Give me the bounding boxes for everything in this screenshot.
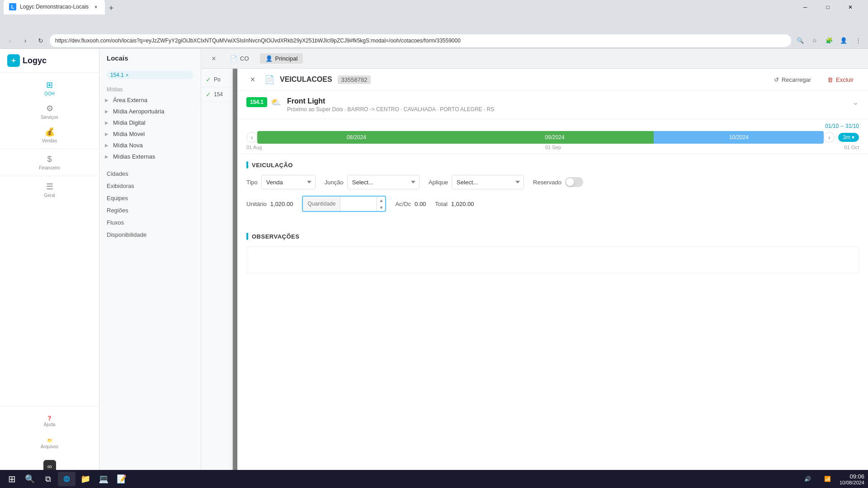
sidebar-tree-item-externas[interactable]: ▶ Mídias Externas (99, 151, 201, 162)
taskbar-search[interactable]: 🔍 (22, 471, 38, 487)
timeline-prev-button[interactable]: ‹ (246, 132, 257, 143)
sidebar-item-arquivos[interactable]: 📁 Arquivos (39, 434, 60, 453)
spin-up-button[interactable]: ▲ (377, 197, 385, 204)
sidebar-tree-item-aeroportuaria[interactable]: ▶ Mídia Aeroportuária (99, 106, 201, 117)
sidebar-plain-fluxos[interactable]: Fluxos (99, 216, 201, 229)
sidebar-plain-cidades[interactable]: Cidades (99, 168, 201, 180)
vendas-icon: 💰 (45, 127, 55, 137)
acdc-field: Ac/Dc 0.00 (395, 201, 426, 207)
observacoes-section-title: OBSERVAÇÕES (246, 233, 859, 240)
timeline-bar-aug: 08/2024 (257, 131, 456, 144)
modal-close-button[interactable]: × (246, 73, 259, 86)
recarregar-icon: ↺ (774, 76, 779, 83)
main-tab-close[interactable]: × (208, 53, 219, 64)
tipo-select[interactable]: Venda (261, 175, 316, 189)
juncao-select[interactable]: Select... (347, 175, 420, 189)
maximize-button[interactable]: □ (817, 1, 838, 14)
filter-close-icon[interactable]: × (126, 72, 128, 78)
modal-doc-icon: 📄 (264, 75, 274, 84)
sidebar-tree-item-movel[interactable]: ▶ Mídia Móvel (99, 128, 201, 140)
location-name: Front Light (287, 97, 494, 105)
taskbar-taskview[interactable]: ⧉ (40, 471, 56, 487)
check-icon-1: ✓ (206, 76, 211, 83)
tab-close-icon[interactable]: × (92, 3, 99, 10)
tree-item-label-externas: Mídias Externas (113, 153, 155, 160)
tab-principal[interactable]: 👤 Principal (260, 53, 303, 64)
forward-button[interactable]: › (19, 34, 32, 47)
taskbar-clock[interactable]: 09:06 10/08/2024 (840, 473, 864, 485)
locais-row-1[interactable]: ✓ Po (201, 72, 232, 87)
zoom-button[interactable]: 🔍 (794, 34, 807, 47)
spin-down-button[interactable]: ▼ (377, 204, 385, 211)
sidebar-plain-regioes[interactable]: Regiões (99, 204, 201, 216)
locais-row-2[interactable]: ✓ 154 (201, 87, 232, 102)
observacoes-section: OBSERVAÇÕES (237, 225, 868, 281)
sidebar-item-ajuda[interactable]: ❓ Ajuda (42, 412, 57, 431)
toggle-knob (566, 178, 574, 186)
observacoes-bar-icon (246, 233, 248, 240)
location-expand-icon[interactable]: ⌄ (852, 97, 859, 107)
weather-icon: ⛅ (271, 97, 281, 107)
new-tab-button[interactable]: + (105, 2, 118, 14)
url-bar[interactable]: https://dev.fluxooh.com/ooh/locais?q=eyJ… (50, 34, 791, 47)
sidebar-item-servicos[interactable]: ⚙ Serviços (0, 100, 99, 123)
sidebar-item-geral[interactable]: ☰ Geral (0, 178, 99, 202)
extensions-button[interactable]: 🧩 (823, 34, 835, 47)
aplique-label: Aplique (429, 179, 448, 186)
sidebar-tree-item-area-externa[interactable]: ▶ Área Externa (99, 94, 201, 106)
timeline-zoom-button[interactable]: 3m ▾ (838, 133, 859, 142)
star-button[interactable]: ☆ (808, 34, 821, 47)
sidebar-tree-item-nova[interactable]: ▶ Mídia Nova (99, 140, 201, 151)
title-bar: L Logyc Demonstracao-Locais × + ─ □ ✕ (0, 0, 868, 14)
taskbar-system-icons[interactable]: 🔊 (800, 471, 816, 487)
arrow-icon-externas: ▶ (105, 154, 110, 159)
filter-tag[interactable]: 154.1 × (107, 71, 193, 79)
modal-panel: × 📄 VEICULACOES 33558782 ↺ Recarregar 🗑 (237, 69, 868, 488)
timeline-next-button[interactable]: › (824, 132, 835, 143)
sidebar-tree-item-digital[interactable]: ▶ Mídia Digital (99, 117, 201, 128)
minimize-button[interactable]: ─ (795, 1, 816, 14)
tab-co[interactable]: 📄 CO (225, 53, 255, 64)
browser-tab[interactable]: L Logyc Demonstracao-Locais × (4, 0, 105, 14)
timeline-bar-oct: 10/2024 (654, 131, 824, 144)
quantidade-label: Quantidade (303, 197, 340, 211)
content-sidebar: Locais 154.1 × Mídias ▶ Área Externa ▶ M… (99, 49, 201, 488)
back-button[interactable]: ‹ (4, 34, 16, 47)
observacoes-title-text: OBSERVAÇÕES (252, 233, 299, 240)
location-address: Próximo ao Super Dois · BAIRRO -> CENTRO… (287, 106, 494, 113)
tipo-field: Tipo Venda (246, 175, 316, 189)
sidebar-item-financeiro[interactable]: $ Financeiro (0, 151, 99, 174)
sidebar-plain-exibidoras[interactable]: Exibidoras (99, 180, 201, 192)
recarregar-button[interactable]: ↺ Recarregar (769, 74, 816, 86)
sidebar-item-vendas[interactable]: 💰 Vendas (0, 123, 99, 147)
settings-button[interactable]: ⋮ (852, 34, 864, 47)
reservado-toggle[interactable] (565, 177, 583, 187)
sidebar-plain-disponibilidade[interactable]: Disponibilidade (99, 229, 201, 241)
sidebar-item-ooh[interactable]: ⊞ OOH (0, 76, 99, 100)
sidebar-plain-equipes[interactable]: Equipes (99, 192, 201, 204)
excluir-button[interactable]: 🗑 Excluir (822, 74, 859, 86)
start-button[interactable]: ⊞ (4, 471, 20, 487)
main-content-wrapper: ✓ Po ✓ 154 × 📄 VEICULACOES 33558 (201, 69, 868, 488)
taskbar-explorer[interactable]: 📁 (77, 471, 94, 487)
timeline-section: 01/10 -- 31/10 ‹ 08/2024 09/2024 (237, 119, 868, 154)
timeline-date-aug: 01 Aug (246, 145, 262, 150)
financeiro-icon: $ (47, 155, 52, 164)
taskbar-network[interactable]: 📶 (820, 471, 836, 487)
taskbar-terminal[interactable]: 📝 (113, 471, 130, 487)
locais-row-2-label: 154 (214, 91, 223, 98)
app-container: + Logyc ⊞ OOH ⚙ Serviços 💰 Vendas $ Fina… (0, 49, 868, 488)
logo-text: Logyc (23, 56, 47, 66)
profile-button[interactable]: 👤 (837, 34, 850, 47)
refresh-button[interactable]: ↻ (34, 34, 47, 47)
tab-title: Logyc Demonstracao-Locais (20, 4, 89, 10)
location-info: 154.1 ⛅ Front Light Próximo ao Super Doi… (237, 91, 868, 119)
quantidade-input[interactable] (340, 197, 377, 211)
taskbar-vscode[interactable]: 💻 (95, 471, 112, 487)
taskbar-edge[interactable]: 🌐 (58, 472, 75, 486)
quantidade-field: Quantidade ▲ ▼ (302, 196, 386, 212)
aplique-select[interactable]: Select... (452, 175, 524, 189)
observations-box[interactable] (246, 246, 859, 273)
close-window-button[interactable]: ✕ (840, 1, 861, 14)
window-controls: ─ □ ✕ (795, 1, 861, 14)
